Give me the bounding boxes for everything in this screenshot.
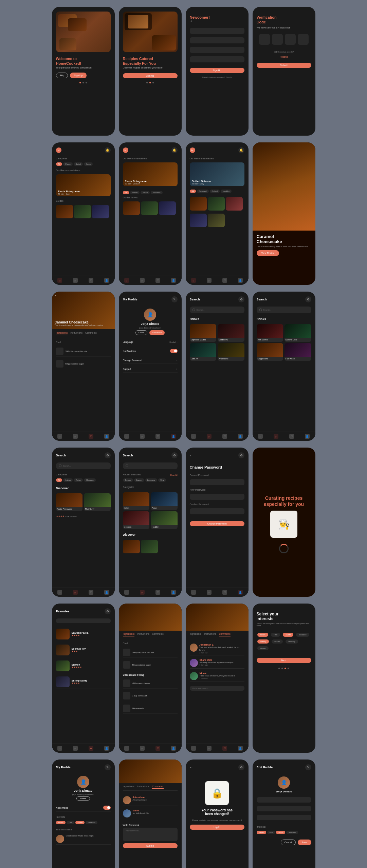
tab-ingredients-cd[interactable]: Ingredients — [123, 785, 135, 789]
cat-card-3[interactable]: Mexican — [123, 511, 150, 529]
edit-profile-icon[interactable]: ✎ — [305, 764, 311, 770]
pill-seafood[interactable]: Seafood — [197, 190, 208, 193]
back-button-pwd[interactable]: ← — [190, 454, 193, 457]
notifications-setting[interactable]: Notifications — [123, 347, 178, 355]
pill-soup[interactable]: Soup — [84, 162, 93, 166]
nav-home[interactable]: ⌂ — [57, 278, 62, 283]
cat-card-4[interactable]: Healthy — [151, 511, 178, 529]
change-pwd-button[interactable]: Change Password — [190, 521, 244, 526]
filter-icon-2[interactable]: ⚙ — [305, 296, 311, 302]
ver-box-1[interactable] — [259, 34, 270, 45]
pill-all-2[interactable]: All — [123, 191, 129, 194]
nav-search[interactable]: ⌕ — [73, 278, 78, 283]
nav-search-r[interactable]: ⌕ — [73, 434, 78, 439]
pill-mexican-d[interactable]: Mexican — [84, 478, 95, 482]
nav-heart-s[interactable]: ♡ — [222, 434, 227, 439]
p-interest-italian[interactable]: Italian — [56, 821, 66, 824]
recent-turkey[interactable]: Turkey — [123, 478, 133, 482]
guide-thumb-3[interactable] — [92, 205, 109, 218]
nav-search-fv[interactable]: ⌕ — [73, 746, 78, 751]
nav-heart-3[interactable]: ♡ — [222, 278, 227, 283]
tab-comments-c[interactable]: Comments — [219, 633, 231, 636]
featured-card-2[interactable]: Pasta Bolognese 30 min • Medium — [123, 162, 178, 186]
login-link[interactable]: Already have an account? Sign In — [190, 76, 244, 78]
nav-profile-3[interactable]: 👤 — [238, 278, 243, 283]
guide-thumb-3-5[interactable] — [208, 214, 225, 227]
guide-thumb-3-3[interactable] — [226, 197, 243, 211]
drink-card-2-2[interactable]: Matcha Latte — [285, 324, 311, 342]
edit-icon-2[interactable]: ✎ — [105, 764, 111, 770]
nav-search-pw[interactable]: ⌕ — [207, 590, 212, 595]
nav-heart-r[interactable]: ♡ — [89, 434, 93, 439]
nav-heart-pw[interactable]: ♡ — [222, 590, 227, 595]
fav-item-1[interactable]: Seafood Paella ★★★★ — [56, 627, 111, 641]
nav-home-d[interactable]: ⌂ — [57, 590, 62, 595]
nav-profile-in[interactable]: 👤 — [171, 746, 176, 751]
fullname-input[interactable] — [257, 797, 311, 803]
nav-home-in[interactable]: ⌂ — [124, 746, 129, 751]
night-mode-toggle[interactable] — [103, 806, 111, 810]
back-button-pc[interactable]: ← — [190, 766, 193, 769]
write-comment-field[interactable]: Write a comment... — [190, 686, 244, 691]
notification-icon[interactable]: 🔔 — [105, 147, 111, 153]
filter-icon-d[interactable]: ⚙ — [105, 452, 111, 458]
nav-search-rr[interactable]: ⌕ — [140, 590, 145, 595]
language-setting[interactable]: Language English › — [123, 339, 178, 345]
nav-home-pw[interactable]: ⌂ — [191, 590, 196, 595]
skip-button[interactable]: Skip — [56, 73, 68, 78]
nav-profile-s[interactable]: 👤 — [238, 434, 243, 439]
confirm-password-input[interactable] — [190, 56, 244, 62]
nav-home-r[interactable]: ⌂ — [57, 434, 62, 439]
support-setting[interactable]: Support › — [123, 366, 178, 373]
interest-vegan[interactable]: Vegan — [257, 646, 269, 650]
interest-healthy[interactable]: Healthy — [286, 639, 298, 644]
tab-comments-cd[interactable]: Comments — [152, 785, 164, 789]
edit-profile-button[interactable]: Edit Profile — [149, 330, 165, 335]
nav-home-rr[interactable]: ⌂ — [124, 590, 129, 595]
nav-heart-in[interactable]: ♡ — [155, 746, 160, 751]
nav-heart-d[interactable]: ♡ — [89, 590, 93, 595]
favorites-search[interactable] — [56, 618, 111, 623]
username-input[interactable] — [257, 806, 311, 811]
ver-box-2[interactable] — [272, 34, 283, 45]
nav-search-p[interactable]: ⌕ — [140, 434, 145, 439]
notification-icon-2[interactable]: 🔔 — [171, 147, 178, 153]
nav-heart-fv[interactable]: ♥ — [89, 746, 93, 751]
search-recent-input[interactable] — [123, 462, 178, 469]
nav-heart-p[interactable]: ♡ — [155, 434, 160, 439]
nav-home-s[interactable]: ⌂ — [191, 434, 196, 439]
tab-ingredients[interactable]: Ingredients — [56, 332, 68, 335]
recent-veal[interactable]: Veal — [158, 478, 166, 482]
pill-italian-d[interactable]: Italian — [63, 478, 73, 482]
password-input[interactable] — [190, 47, 244, 53]
discover-thumb-2[interactable] — [141, 540, 158, 553]
filter-icon[interactable]: ⚙ — [238, 296, 244, 302]
bio-input[interactable] — [257, 815, 311, 820]
cancel-edit-button[interactable]: Cancel — [281, 840, 296, 845]
save-edit-button[interactable]: Save — [298, 840, 311, 845]
current-pwd-input[interactable] — [190, 479, 244, 485]
drink-card-3[interactable]: Latte Art — [190, 343, 217, 361]
signup-button[interactable]: Sign Up — [70, 73, 87, 78]
nav-profile-s2[interactable]: 👤 — [305, 434, 310, 439]
featured-recipe-card[interactable]: Pasta Bolognese 45 min • Easy — [56, 174, 111, 196]
nav-search-in[interactable]: ⌕ — [140, 746, 145, 751]
submit-verification-button[interactable]: Submit — [257, 63, 311, 68]
notification-icon-3[interactable]: 🔔 — [238, 147, 244, 153]
confirm-pwd-input[interactable] — [190, 508, 244, 514]
nav-search-2[interactable]: ⌕ — [140, 278, 145, 283]
nav-search-s[interactable]: ⌕ — [207, 434, 212, 439]
nav-search-s2[interactable]: ⌕ — [274, 434, 278, 439]
ep-interest-4[interactable]: Seafood — [286, 831, 298, 834]
filter-icon-fav[interactable]: ⚙ — [105, 608, 111, 614]
edit-profile-avatar[interactable]: 👤 — [278, 776, 290, 789]
nav-profile-2[interactable]: 👤 — [171, 278, 176, 283]
follow-button-2[interactable]: Follow — [76, 796, 90, 801]
discover-thumb-1[interactable] — [123, 540, 140, 553]
interest-sushi[interactable]: Sushi — [283, 633, 293, 637]
search-input[interactable]: Search... — [190, 307, 244, 313]
drink-card-2-1[interactable]: Irish Coffee — [257, 324, 283, 342]
nav-home-3[interactable]: ⌂ — [191, 278, 196, 283]
clear-all-button[interactable]: Clear All — [170, 474, 177, 476]
new-pwd-input[interactable] — [190, 494, 244, 500]
